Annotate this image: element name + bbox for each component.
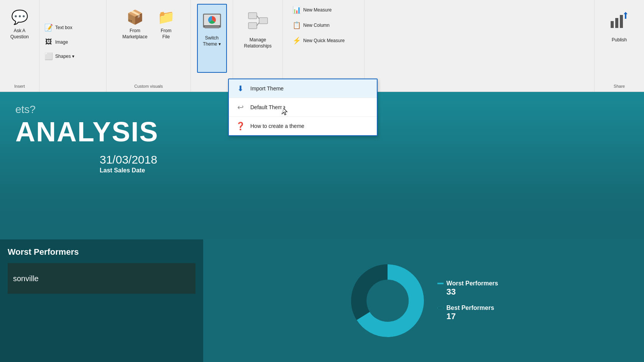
switch-theme-label: SwitchTheme ▾ [203,35,221,47]
from-marketplace-icon: 📦 [127,10,144,24]
ask-question-icon: 💬 [11,10,28,24]
svg-line-8 [257,23,259,26]
new-quick-measure-icon: ⚡ [292,36,301,45]
ribbon: 💬 Ask A Question Insert 📝 Text box 🖼 Ima… [0,0,644,92]
shapes-icon: ⬜ [44,52,53,61]
donut-chart-container: Worst Performers 33 Best Performers 17 [349,262,498,339]
switch-theme-dropdown: ⬇ Import Theme ↩ Default Theme ❓ How to … [228,79,378,136]
new-column-icon: 📋 [292,21,301,29]
text-box-icon: 📝 [44,23,53,32]
city-bar: sonville [8,263,196,294]
switch-theme-icon [202,11,222,31]
new-measure-label: New Measure [303,7,332,13]
svg-rect-6 [259,18,268,24]
text-box-button[interactable]: 📝 Text box [41,21,102,34]
svg-rect-13 [625,14,626,19]
worst-performers-color [437,283,444,284]
new-quick-measure-label: New Quick Measure [303,38,345,43]
new-measure-icon: 📊 [292,6,301,14]
svg-rect-10 [615,18,618,28]
shapes-label: Shapes ▾ [55,54,74,59]
manage-relationships-button[interactable]: ManageRelationships [240,4,276,73]
image-button[interactable]: 🖼 Image [41,36,102,48]
worst-performers-chart-label: Worst Performers [447,280,498,287]
best-performers-color [437,307,444,309]
default-theme-item[interactable]: ↩ Default Theme [229,98,377,117]
ask-question-button[interactable]: 💬 Ask A Question [6,4,33,73]
from-file-icon: 📁 [158,10,175,24]
svg-rect-5 [248,23,257,29]
publish-icon [609,10,630,33]
shapes-button[interactable]: ⬜ Shapes ▾ [41,50,102,62]
default-theme-icon: ↩ [235,103,246,112]
new-quick-measure-button[interactable]: ⚡ New Quick Measure [289,34,358,47]
svg-rect-4 [248,13,257,19]
how-to-create-theme-item[interactable]: ❓ How to create a theme [229,117,377,135]
import-theme-item[interactable]: ⬇ Import Theme [229,79,377,98]
import-theme-label: Import Theme [250,85,284,92]
bottom-right-panel: Worst Performers 33 Best Performers 17 [203,239,644,362]
image-label: Image [55,39,68,45]
custom-visuals-section-label: Custom visuals [107,84,191,88]
default-theme-label: Default Theme [250,104,286,110]
svg-rect-11 [620,15,623,28]
new-measure-button[interactable]: 📊 New Measure [289,4,358,16]
import-theme-icon: ⬇ [235,84,246,93]
insert-section-label: Insert [0,84,39,88]
ribbon-section-share: Publish Share [594,0,644,92]
worst-performers-title: Worst Performers [8,247,196,257]
svg-rect-3 [205,26,219,28]
ask-question-label: Ask A Question [10,28,29,40]
best-performers-chart-label: Best Performers [447,305,495,311]
ribbon-section-custom-visuals: 📦 FromMarketplace 📁 FromFile Custom visu… [107,0,191,92]
content-date: 31/03/2018 [100,153,629,166]
donut-legend: Worst Performers 33 Best Performers 17 [437,280,498,321]
bottom-section: Worst Performers sonville [0,239,644,362]
publish-label: Publish [612,37,627,43]
manage-relationships-icon [248,10,268,33]
switch-theme-button[interactable]: SwitchTheme ▾ [197,4,227,73]
how-to-create-theme-icon: ❓ [235,121,246,131]
svg-point-18 [368,282,407,320]
ribbon-section-themes: SwitchTheme ▾ [191,0,233,92]
image-icon: 🖼 [44,38,53,46]
ribbon-section-calculations: 📊 New Measure 📋 New Column ⚡ New Quick M… [283,0,365,92]
new-column-label: New Column [303,23,330,28]
ribbon-spacer [365,0,594,92]
ribbon-section-insert: 💬 Ask A Question Insert [0,0,39,92]
manage-relationships-label: ManageRelationships [244,37,272,49]
svg-rect-9 [611,21,614,28]
insert-sub-section: 📝 Text box 🖼 Image ⬜ Shapes ▾ [39,0,107,92]
share-section-label: Share [595,84,644,88]
worst-performers-legend: Worst Performers 33 [437,280,498,297]
new-column-button[interactable]: 📋 New Column [289,19,358,31]
ribbon-section-relationships: ManageRelationships [233,0,283,92]
content-date-label: Last Sales Date [100,167,629,174]
how-to-create-theme-label: How to create a theme [250,123,304,129]
best-performers-legend: Best Performers 17 [437,305,498,321]
svg-marker-12 [624,12,628,14]
svg-line-7 [257,16,259,19]
bottom-left-panel: Worst Performers sonville [0,239,203,362]
best-performers-value: 17 [447,311,498,321]
publish-button[interactable]: Publish [605,4,634,73]
worst-performers-value: 33 [447,287,498,297]
city-name: sonville [13,274,39,283]
from-marketplace-button[interactable]: 📦 FromMarketplace [118,4,151,73]
from-file-button[interactable]: 📁 FromFile [153,4,179,73]
text-box-label: Text box [55,25,72,30]
donut-chart [349,262,426,339]
from-file-label: FromFile [161,28,171,40]
from-marketplace-label: FromMarketplace [122,28,147,40]
